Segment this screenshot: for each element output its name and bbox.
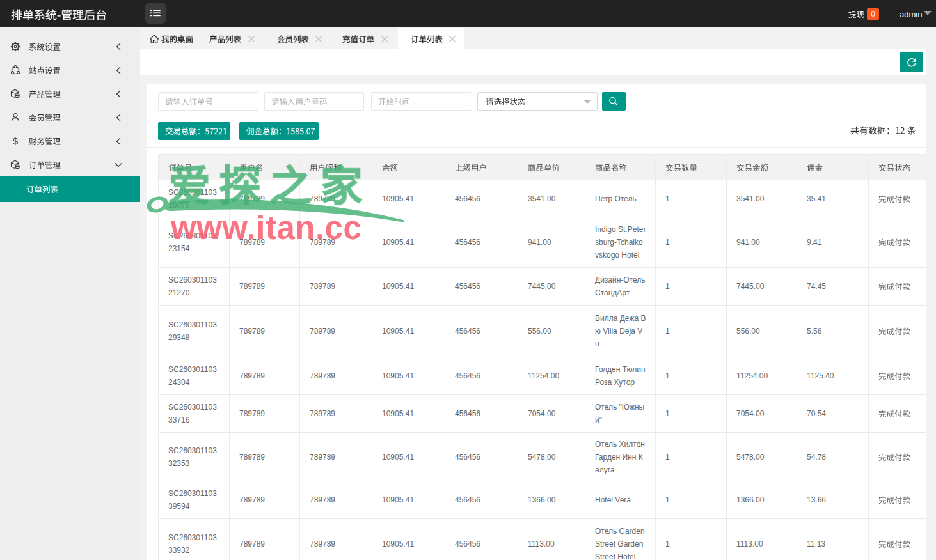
svg-text:$: $ [13, 136, 19, 146]
